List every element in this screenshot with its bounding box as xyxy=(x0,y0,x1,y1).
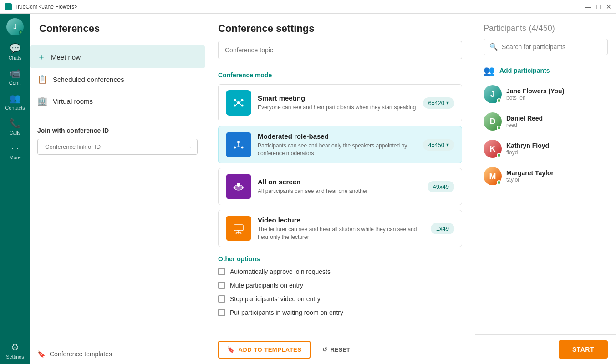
nav-item-calls[interactable]: 📞 Calls xyxy=(0,114,30,139)
svg-line-13 xyxy=(236,147,238,147)
waiting-room-checkbox[interactable] xyxy=(218,309,225,316)
close-button[interactable]: ✕ xyxy=(606,3,611,10)
kathryn-id: floyd xyxy=(506,149,596,156)
margaret-id: taylor xyxy=(506,177,596,183)
maximize-button[interactable]: □ xyxy=(597,3,601,10)
settings-panel: Conference settings Conference mode xyxy=(205,14,475,364)
jane-online-dot xyxy=(497,98,501,103)
avatar-jane: J xyxy=(484,85,502,103)
svg-point-4 xyxy=(241,105,244,107)
svg-point-3 xyxy=(234,105,236,107)
nav-item-more[interactable]: ··· More xyxy=(0,139,30,164)
bookmark-icon: 🔖 xyxy=(227,346,235,353)
virtual-rooms-label: Virtual rooms xyxy=(53,97,93,105)
participant-item-kathryn: K Kathryn Floyd floyd ✕ xyxy=(475,135,616,162)
kathryn-online-dot xyxy=(497,153,501,157)
start-button[interactable]: START xyxy=(559,340,608,359)
svg-line-8 xyxy=(239,103,241,105)
menu-item-meet-now[interactable]: ＋ Meet now xyxy=(30,46,205,68)
video-lecture-badge: 1x49 xyxy=(431,223,454,234)
calls-icon: 📞 xyxy=(10,118,21,129)
svg-line-5 xyxy=(236,101,238,102)
chats-icon: 💬 xyxy=(10,43,21,54)
menu-item-virtual-rooms[interactable]: 🏢 Virtual rooms xyxy=(30,90,205,112)
conference-topic-input[interactable] xyxy=(218,41,462,59)
app-title: TrueConf <Jane Flowers> xyxy=(15,4,585,10)
participants-panel: Participants (4/450) 🔍 👥 Add participant… xyxy=(475,14,616,364)
mode-card-smart[interactable]: Smart meeting Everyone can see and hear … xyxy=(218,84,462,121)
conferences-title: Conferences xyxy=(39,23,196,35)
nav-item-chats[interactable]: 💬 Chats xyxy=(0,39,30,64)
svg-point-23 xyxy=(236,233,237,234)
conferences-header: Conferences xyxy=(30,14,205,46)
video-lecture-desc: The lecturer can see and hear all studen… xyxy=(258,226,424,241)
daniel-id: reed xyxy=(506,122,596,128)
add-to-templates-button[interactable]: 🔖 ADD TO TEMPLATES xyxy=(218,341,311,359)
meet-now-label: Meet now xyxy=(51,53,81,61)
user-avatar[interactable]: J xyxy=(6,18,24,35)
avatar-kathryn: K xyxy=(484,140,502,158)
mute-entry-checkbox[interactable] xyxy=(218,282,225,289)
stop-video-checkbox[interactable] xyxy=(218,295,225,303)
participant-item-daniel: D Daniel Reed reed ✕ xyxy=(475,108,616,135)
smart-meeting-icon xyxy=(226,90,251,116)
participants-footer: START xyxy=(475,334,616,364)
sidebar-nav: J 💬 Chats 📹 Conf. 👥 Contacts 📞 Calls ···… xyxy=(0,14,30,364)
reset-button[interactable]: ↺ RESET xyxy=(316,342,356,358)
participant-item-jane: J Jane Flowers (You) bots_en xyxy=(475,81,616,108)
smart-meeting-desc: Everyone can see and hear participants w… xyxy=(258,104,417,111)
participants-title: Participants (4/450) xyxy=(484,23,608,33)
app-logo xyxy=(5,3,12,10)
avatar-daniel: D xyxy=(484,112,502,131)
online-status-dot xyxy=(19,30,23,35)
minimize-button[interactable]: — xyxy=(585,3,591,10)
settings-icon: ⚙ xyxy=(11,342,19,353)
svg-point-9 xyxy=(237,141,240,143)
daniel-online-dot xyxy=(497,126,501,130)
smart-badge-chevron: ▾ xyxy=(446,100,449,106)
option-waiting-room: Put participants in waiting room on entr… xyxy=(218,309,462,316)
svg-point-25 xyxy=(240,233,242,234)
all-on-screen-icon xyxy=(226,174,251,199)
search-participants-input[interactable] xyxy=(502,43,602,51)
nav-item-conf[interactable]: 📹 Conf. xyxy=(0,64,30,89)
svg-point-16 xyxy=(237,183,240,187)
svg-point-11 xyxy=(234,147,236,149)
margaret-name: Margaret Taylor xyxy=(506,169,596,177)
templates-label: Conference templates xyxy=(50,350,112,358)
other-options-label: Other options xyxy=(218,255,462,263)
divider-1 xyxy=(37,116,198,116)
add-participants-button[interactable]: 👥 Add participants xyxy=(475,61,616,81)
all-screen-desc: All participants can see and hear one an… xyxy=(258,187,421,195)
svg-point-24 xyxy=(238,233,239,234)
conference-templates-link[interactable]: 🔖 Conference templates xyxy=(30,344,205,364)
menu-item-scheduled[interactable]: 📋 Scheduled conferences xyxy=(30,68,205,90)
option-stop-video: Stop participants' video on entry xyxy=(218,295,462,303)
conference-id-input[interactable] xyxy=(42,139,185,154)
nav-item-settings[interactable]: ⚙ Settings xyxy=(6,337,24,364)
other-options-section: Other options Automatically approve join… xyxy=(218,255,462,316)
nav-item-contacts[interactable]: 👥 Contacts xyxy=(0,89,30,114)
margaret-online-dot xyxy=(497,180,501,185)
join-input-wrap: → xyxy=(37,139,198,155)
window-controls: — □ ✕ xyxy=(585,3,611,10)
mode-card-all-screen[interactable]: All on screen All participants can see a… xyxy=(218,168,462,205)
scheduled-icon: 📋 xyxy=(37,74,47,84)
svg-line-14 xyxy=(239,147,241,147)
moderated-icon xyxy=(226,132,251,157)
mode-card-video-lecture[interactable]: Video lecture The lecturer can see and h… xyxy=(218,210,462,247)
svg-point-2 xyxy=(241,99,244,101)
daniel-name: Daniel Reed xyxy=(506,115,596,122)
join-arrow-icon[interactable]: → xyxy=(185,143,193,151)
smart-meeting-info: Smart meeting Everyone can see and hear … xyxy=(258,94,417,111)
settings-content: Conference mode xyxy=(205,64,475,335)
mode-card-moderated[interactable]: Moderated role-based Participants can se… xyxy=(218,126,462,163)
contacts-icon: 👥 xyxy=(10,93,21,104)
settings-title: Conference settings xyxy=(218,23,462,35)
auto-approve-checkbox[interactable] xyxy=(218,268,225,275)
option-auto-approve: Automatically approve join requests xyxy=(218,268,462,275)
app-body: J 💬 Chats 📹 Conf. 👥 Contacts 📞 Calls ···… xyxy=(0,14,616,364)
moderated-info: Moderated role-based Participants can se… xyxy=(258,132,417,157)
reset-label: RESET xyxy=(330,346,350,353)
search-icon: 🔍 xyxy=(489,43,498,51)
